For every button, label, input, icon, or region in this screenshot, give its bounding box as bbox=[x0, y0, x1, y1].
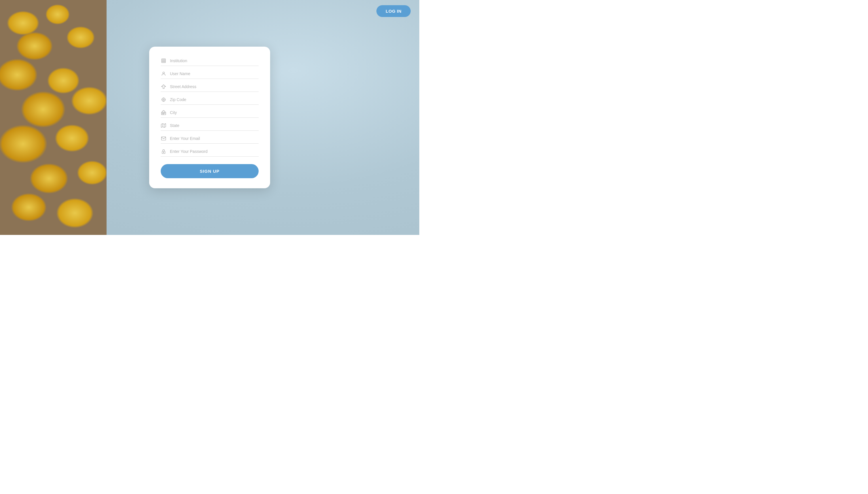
svg-rect-21 bbox=[162, 137, 166, 140]
svg-rect-16 bbox=[165, 113, 165, 113]
city-icon bbox=[161, 110, 167, 115]
username-input[interactable] bbox=[170, 71, 259, 76]
street-address-field bbox=[161, 81, 259, 92]
svg-point-23 bbox=[163, 152, 164, 153]
svg-marker-18 bbox=[161, 124, 166, 128]
password-field bbox=[161, 146, 259, 157]
svg-rect-0 bbox=[162, 59, 166, 63]
signup-form-card: SIGN UP bbox=[149, 46, 270, 188]
location-arrow-icon bbox=[161, 84, 167, 89]
zip-code-field bbox=[161, 94, 259, 105]
svg-point-5 bbox=[163, 72, 165, 74]
svg-point-7 bbox=[162, 98, 165, 101]
institution-input[interactable] bbox=[170, 58, 259, 63]
person-icon bbox=[161, 71, 167, 76]
zip-code-input[interactable] bbox=[170, 97, 259, 102]
city-input[interactable] bbox=[170, 110, 259, 115]
svg-rect-14 bbox=[162, 113, 163, 113]
username-field bbox=[161, 68, 259, 79]
login-button[interactable]: LOG IN bbox=[376, 5, 411, 17]
institution-field bbox=[161, 55, 259, 66]
building-icon bbox=[161, 58, 167, 63]
lock-icon bbox=[161, 149, 167, 154]
password-input[interactable] bbox=[170, 149, 259, 154]
state-input[interactable] bbox=[170, 123, 259, 128]
svg-rect-15 bbox=[163, 113, 164, 113]
food-photo bbox=[0, 0, 107, 235]
target-icon bbox=[161, 97, 167, 102]
envelope-icon bbox=[161, 136, 167, 141]
city-field bbox=[161, 107, 259, 118]
signup-button[interactable]: SIGN UP bbox=[161, 164, 259, 178]
map-icon bbox=[161, 123, 167, 128]
email-input[interactable] bbox=[170, 136, 259, 141]
street-address-input[interactable] bbox=[170, 84, 259, 89]
svg-marker-6 bbox=[162, 84, 166, 89]
svg-point-8 bbox=[163, 99, 165, 100]
email-field bbox=[161, 133, 259, 144]
state-field bbox=[161, 120, 259, 131]
